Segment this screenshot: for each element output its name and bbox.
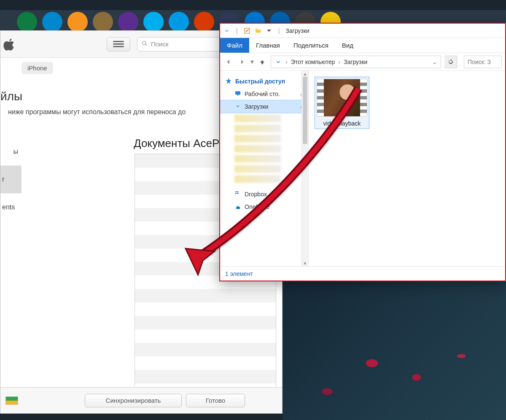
tree-quick-access[interactable]: Быстрый доступ: [220, 75, 308, 88]
nav-up-button[interactable]: [257, 57, 267, 67]
capacity-indicator: [5, 396, 18, 405]
svg-rect-2: [237, 95, 239, 95]
star-icon: [225, 78, 232, 86]
done-button[interactable]: Готово: [186, 394, 245, 407]
list-row: [135, 329, 276, 343]
download-arrow-icon: [223, 27, 230, 34]
tree-downloads[interactable]: Загрузки: [220, 100, 308, 113]
apple-logo-icon: [3, 37, 16, 51]
taskbar-app-icon[interactable]: [194, 12, 214, 32]
dropbox-icon: [234, 190, 241, 198]
explorer-body: Быстрый доступ Рабочий сто. Загрузки: [220, 71, 505, 266]
breadcrumb-folder[interactable]: Загрузки: [344, 59, 367, 65]
explorer-window: | | Загрузки Файл Главная Поделиться Вид…: [219, 23, 506, 281]
tree-onedrive[interactable]: OneDrive: [220, 201, 308, 213]
breadcrumb-root[interactable]: Этот компьютер: [291, 59, 335, 65]
search-icon: [142, 40, 148, 48]
navigation-tree[interactable]: Быстрый доступ Рабочий сто. Загрузки: [220, 71, 309, 266]
ribbon-tabs: Файл Главная Поделиться Вид: [220, 38, 505, 53]
tab-file[interactable]: Файл: [220, 38, 249, 53]
chevron-down-icon[interactable]: ⌄: [432, 59, 437, 65]
scroll-up-icon[interactable]: ▲: [302, 71, 308, 77]
svg-rect-1: [235, 91, 240, 94]
tree-scrollbar[interactable]: ▲ ▼: [301, 71, 308, 266]
download-arrow-icon: [234, 103, 241, 111]
scroll-down-icon[interactable]: ▼: [302, 260, 308, 266]
refresh-button[interactable]: [444, 56, 457, 68]
taskbar-app-icon[interactable]: [93, 12, 113, 32]
apps-item-partial[interactable]: r: [0, 166, 22, 193]
file-name: videoplayback: [317, 120, 367, 127]
apps-column: ы r ents: [0, 138, 22, 391]
file-tile-video[interactable]: videoplayback: [315, 77, 369, 129]
tree-dropbox[interactable]: Dropbox: [220, 188, 308, 201]
scroll-thumb[interactable]: [303, 77, 307, 144]
explorer-titlebar[interactable]: | | Загрузки: [220, 24, 505, 38]
onedrive-icon: [234, 203, 241, 211]
taskbar-app-icon[interactable]: [42, 12, 62, 32]
search-placeholder: Поиск: [151, 40, 169, 48]
folder-icon: [255, 27, 261, 34]
tab-home[interactable]: Главная: [249, 38, 287, 53]
nav-forward-button[interactable]: [237, 57, 247, 67]
itunes-heading-partial: йлы: [0, 90, 22, 103]
download-arrow-icon: [275, 58, 282, 66]
explorer-search-input[interactable]: Поиск: З: [464, 56, 502, 68]
list-row: [135, 316, 276, 329]
desktop-wallpaper: [283, 278, 506, 420]
apps-item-partial[interactable]: ы: [0, 138, 22, 166]
chevron-down-icon[interactable]: ▾: [250, 58, 254, 66]
tab-share[interactable]: Поделиться: [287, 38, 335, 53]
dropdown-icon[interactable]: [266, 27, 272, 34]
taskbar-app-icon[interactable]: [143, 12, 164, 32]
list-row: [135, 370, 276, 383]
explorer-status-bar: 1 элемент: [220, 266, 505, 281]
itunes-bottom-bar: Синхронизировать Готово: [0, 387, 282, 413]
navigation-row: ▾ › Этот компьютер › Загрузки ⌄ Поиск: З: [220, 53, 505, 71]
window-title: Загрузки: [285, 27, 309, 34]
apps-item-partial[interactable]: ents: [0, 193, 22, 221]
nav-back-button[interactable]: [223, 57, 234, 67]
list-row: [135, 289, 276, 302]
tab-view[interactable]: Вид: [335, 38, 360, 53]
iphone-badge[interactable]: iPhone: [22, 62, 53, 74]
list-row: [135, 356, 276, 370]
video-thumbnail: [317, 79, 367, 117]
taskbar-app-icon[interactable]: [17, 12, 37, 32]
list-view-button[interactable]: [107, 37, 130, 51]
list-row: [135, 343, 276, 356]
files-pane[interactable]: videoplayback: [309, 71, 505, 266]
search-placeholder-partial: Поиск: З: [468, 59, 491, 65]
taskbar-app-icon[interactable]: [118, 12, 138, 32]
itunes-subtext-partial: ниже программы могут использоваться для …: [8, 108, 186, 116]
tree-desktop[interactable]: Рабочий сто.: [220, 88, 308, 100]
taskbar-app-icon[interactable]: [169, 12, 189, 32]
sync-button[interactable]: Синхронизировать: [85, 394, 182, 407]
desktop-stage: Поиск iPhone йлы ниже программы могут ис…: [0, 0, 506, 420]
tree-blurred-items: [220, 115, 308, 183]
checkbox-icon: [244, 27, 250, 34]
item-count: 1 элемент: [225, 270, 253, 277]
list-row: [135, 302, 276, 316]
address-bar[interactable]: › Этот компьютер › Загрузки ⌄: [271, 56, 441, 68]
documents-heading: Документы AceP: [134, 137, 219, 150]
desktop-icon: [234, 90, 241, 98]
taskbar-app-icon[interactable]: [67, 12, 88, 32]
